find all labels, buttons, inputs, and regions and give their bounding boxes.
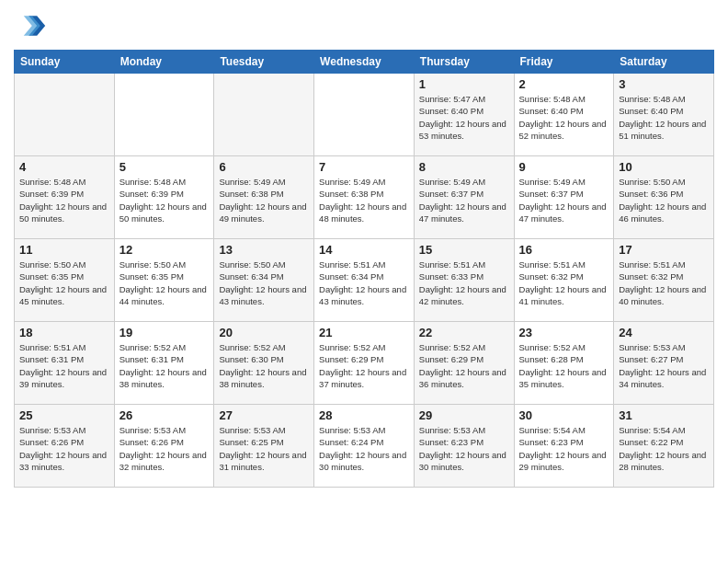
day-number: 10 (619, 160, 709, 174)
empty-cell (114, 74, 214, 156)
day-info: Sunrise: 5:50 AM Sunset: 6:35 PM Dayligh… (19, 259, 109, 307)
day-cell-17: 17Sunrise: 5:51 AM Sunset: 6:32 PM Dayli… (614, 239, 714, 322)
day-cell-4: 4Sunrise: 5:48 AM Sunset: 6:39 PM Daylig… (15, 156, 115, 239)
day-cell-2: 2Sunrise: 5:48 AM Sunset: 6:40 PM Daylig… (514, 74, 614, 156)
col-header-thursday: Thursday (414, 51, 514, 74)
day-cell-9: 9Sunrise: 5:49 AM Sunset: 6:37 PM Daylig… (514, 156, 614, 239)
day-cell-8: 8Sunrise: 5:49 AM Sunset: 6:37 PM Daylig… (414, 156, 514, 239)
day-info: Sunrise: 5:51 AM Sunset: 6:32 PM Dayligh… (519, 259, 609, 307)
week-row-3: 11Sunrise: 5:50 AM Sunset: 6:35 PM Dayli… (15, 239, 714, 322)
empty-cell (214, 74, 314, 156)
day-cell-31: 31Sunrise: 5:54 AM Sunset: 6:22 PM Dayli… (614, 405, 714, 488)
day-number: 29 (419, 408, 509, 422)
day-info: Sunrise: 5:50 AM Sunset: 6:35 PM Dayligh… (119, 259, 210, 307)
day-number: 9 (519, 160, 609, 174)
day-number: 19 (119, 326, 210, 339)
day-number: 8 (419, 160, 509, 174)
day-number: 1 (419, 77, 509, 91)
week-row-5: 25Sunrise: 5:53 AM Sunset: 6:26 PM Dayli… (15, 405, 714, 488)
day-number: 5 (119, 160, 210, 174)
week-row-1: 1Sunrise: 5:47 AM Sunset: 6:40 PM Daylig… (15, 74, 714, 156)
day-info: Sunrise: 5:48 AM Sunset: 6:40 PM Dayligh… (519, 93, 609, 142)
day-cell-18: 18Sunrise: 5:51 AM Sunset: 6:31 PM Dayli… (15, 322, 115, 405)
day-cell-15: 15Sunrise: 5:51 AM Sunset: 6:33 PM Dayli… (414, 239, 514, 322)
week-row-4: 18Sunrise: 5:51 AM Sunset: 6:31 PM Dayli… (15, 322, 714, 405)
day-info: Sunrise: 5:53 AM Sunset: 6:25 PM Dayligh… (219, 424, 309, 473)
day-cell-12: 12Sunrise: 5:50 AM Sunset: 6:35 PM Dayli… (114, 239, 214, 322)
day-number: 27 (219, 408, 309, 422)
day-number: 3 (619, 77, 709, 91)
day-number: 22 (419, 326, 509, 339)
week-row-2: 4Sunrise: 5:48 AM Sunset: 6:39 PM Daylig… (15, 156, 714, 239)
day-number: 18 (19, 326, 109, 339)
day-number: 7 (319, 160, 409, 174)
day-cell-19: 19Sunrise: 5:52 AM Sunset: 6:31 PM Dayli… (114, 322, 214, 405)
day-number: 17 (619, 243, 709, 257)
day-cell-6: 6Sunrise: 5:49 AM Sunset: 6:38 PM Daylig… (214, 156, 314, 239)
day-info: Sunrise: 5:48 AM Sunset: 6:39 PM Dayligh… (119, 176, 210, 224)
day-info: Sunrise: 5:48 AM Sunset: 6:39 PM Dayligh… (19, 176, 109, 224)
day-info: Sunrise: 5:50 AM Sunset: 6:34 PM Dayligh… (219, 259, 309, 307)
day-number: 20 (219, 326, 309, 339)
day-number: 26 (119, 408, 210, 422)
day-cell-7: 7Sunrise: 5:49 AM Sunset: 6:38 PM Daylig… (314, 156, 415, 239)
day-cell-1: 1Sunrise: 5:47 AM Sunset: 6:40 PM Daylig… (414, 74, 514, 156)
day-cell-16: 16Sunrise: 5:51 AM Sunset: 6:32 PM Dayli… (514, 239, 614, 322)
day-info: Sunrise: 5:52 AM Sunset: 6:31 PM Dayligh… (119, 341, 210, 390)
day-info: Sunrise: 5:52 AM Sunset: 6:30 PM Dayligh… (219, 341, 309, 390)
day-info: Sunrise: 5:49 AM Sunset: 6:37 PM Dayligh… (419, 176, 509, 224)
day-number: 28 (319, 408, 409, 422)
day-info: Sunrise: 5:53 AM Sunset: 6:26 PM Dayligh… (19, 424, 109, 473)
day-cell-27: 27Sunrise: 5:53 AM Sunset: 6:25 PM Dayli… (214, 405, 314, 488)
day-info: Sunrise: 5:54 AM Sunset: 6:23 PM Dayligh… (519, 424, 609, 473)
day-cell-20: 20Sunrise: 5:52 AM Sunset: 6:30 PM Dayli… (214, 322, 314, 405)
day-info: Sunrise: 5:50 AM Sunset: 6:36 PM Dayligh… (619, 176, 709, 224)
day-number: 6 (219, 160, 309, 174)
day-number: 13 (219, 243, 309, 257)
logo (14, 9, 51, 42)
day-info: Sunrise: 5:49 AM Sunset: 6:38 PM Dayligh… (319, 176, 409, 224)
day-info: Sunrise: 5:49 AM Sunset: 6:38 PM Dayligh… (219, 176, 309, 224)
logo-icon (14, 9, 47, 42)
page-header (14, 9, 714, 42)
day-cell-13: 13Sunrise: 5:50 AM Sunset: 6:34 PM Dayli… (214, 239, 314, 322)
col-header-tuesday: Tuesday (214, 51, 314, 74)
day-info: Sunrise: 5:51 AM Sunset: 6:33 PM Dayligh… (419, 259, 509, 307)
day-cell-11: 11Sunrise: 5:50 AM Sunset: 6:35 PM Dayli… (15, 239, 115, 322)
day-cell-3: 3Sunrise: 5:48 AM Sunset: 6:40 PM Daylig… (614, 74, 714, 156)
day-info: Sunrise: 5:53 AM Sunset: 6:23 PM Dayligh… (419, 424, 509, 473)
day-cell-23: 23Sunrise: 5:52 AM Sunset: 6:28 PM Dayli… (514, 322, 614, 405)
calendar-table: SundayMondayTuesdayWednesdayThursdayFrid… (14, 50, 714, 488)
day-cell-14: 14Sunrise: 5:51 AM Sunset: 6:34 PM Dayli… (314, 239, 415, 322)
day-number: 30 (519, 408, 609, 422)
day-info: Sunrise: 5:53 AM Sunset: 6:24 PM Dayligh… (319, 424, 409, 473)
day-number: 16 (519, 243, 609, 257)
day-cell-5: 5Sunrise: 5:48 AM Sunset: 6:39 PM Daylig… (114, 156, 214, 239)
day-cell-28: 28Sunrise: 5:53 AM Sunset: 6:24 PM Dayli… (314, 405, 415, 488)
day-number: 23 (519, 326, 609, 339)
day-info: Sunrise: 5:52 AM Sunset: 6:29 PM Dayligh… (419, 341, 509, 390)
day-cell-22: 22Sunrise: 5:52 AM Sunset: 6:29 PM Dayli… (414, 322, 514, 405)
day-cell-29: 29Sunrise: 5:53 AM Sunset: 6:23 PM Dayli… (414, 405, 514, 488)
day-cell-24: 24Sunrise: 5:53 AM Sunset: 6:27 PM Dayli… (614, 322, 714, 405)
day-number: 4 (19, 160, 109, 174)
day-info: Sunrise: 5:48 AM Sunset: 6:40 PM Dayligh… (619, 93, 709, 142)
day-info: Sunrise: 5:49 AM Sunset: 6:37 PM Dayligh… (519, 176, 609, 224)
col-header-friday: Friday (514, 51, 614, 74)
day-cell-21: 21Sunrise: 5:52 AM Sunset: 6:29 PM Dayli… (314, 322, 415, 405)
day-number: 12 (119, 243, 210, 257)
day-info: Sunrise: 5:51 AM Sunset: 6:32 PM Dayligh… (619, 259, 709, 307)
day-cell-30: 30Sunrise: 5:54 AM Sunset: 6:23 PM Dayli… (514, 405, 614, 488)
day-number: 24 (619, 326, 709, 339)
day-number: 21 (319, 326, 409, 339)
day-number: 14 (319, 243, 409, 257)
day-cell-25: 25Sunrise: 5:53 AM Sunset: 6:26 PM Dayli… (15, 405, 115, 488)
day-number: 11 (19, 243, 109, 257)
day-cell-10: 10Sunrise: 5:50 AM Sunset: 6:36 PM Dayli… (614, 156, 714, 239)
day-number: 31 (619, 408, 709, 422)
col-header-saturday: Saturday (614, 51, 714, 74)
day-number: 25 (19, 408, 109, 422)
day-info: Sunrise: 5:53 AM Sunset: 6:26 PM Dayligh… (119, 424, 210, 473)
day-number: 15 (419, 243, 509, 257)
col-header-monday: Monday (114, 51, 214, 74)
